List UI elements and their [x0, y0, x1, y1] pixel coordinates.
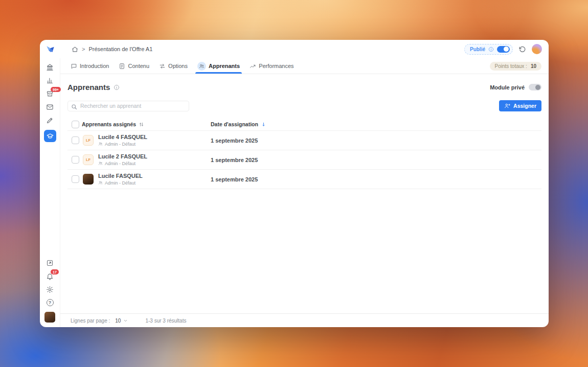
content-panel: Apprenants Module privé [60, 74, 549, 327]
group-icon [98, 142, 103, 146]
settings-gear-icon[interactable] [46, 286, 54, 293]
search-input[interactable] [67, 101, 189, 111]
home-icon[interactable] [72, 46, 78, 53]
breadcrumb-page-title[interactable]: Présentation de l'Offre A1 [88, 46, 152, 52]
statistics-icon[interactable] [46, 77, 54, 84]
assignment-date: 1 septembre 2025 [211, 176, 541, 182]
organization-icon[interactable] [46, 63, 54, 71]
header-actions: Publié [464, 44, 549, 55]
learner-role: Admin - Défaut [98, 142, 147, 147]
learners-table: Apprenants assignés Date d'assignation [67, 118, 541, 189]
swap-arrows-icon [159, 63, 166, 70]
graduation-cap-icon [47, 132, 54, 140]
document-icon [119, 63, 125, 70]
history-icon[interactable] [518, 45, 526, 53]
rows-per-page-select[interactable]: 10 [115, 318, 128, 324]
tab-introduction[interactable]: Introduction [71, 58, 109, 74]
learner-role: Admin - Défaut [98, 180, 143, 186]
avatar-initials: LF [83, 135, 94, 146]
active-tab-underline [195, 72, 242, 74]
top-header: > Présentation de l'Offre A1 Publié [40, 40, 549, 58]
page-title: Apprenants [67, 83, 120, 91]
inbox-icon[interactable]: 99+ [46, 90, 54, 98]
table-row[interactable]: LF Lucile 4 FASQUEL Admin - Défaut 1 sep… [67, 131, 541, 150]
row-checkbox[interactable] [72, 175, 79, 183]
chevron-down-icon [123, 318, 128, 323]
learner-name: Lucile FASQUEL [98, 173, 143, 180]
group-icon [98, 180, 103, 185]
tab-contenu[interactable]: Contenu [119, 58, 149, 74]
row-checkbox[interactable] [72, 136, 79, 144]
external-link-icon[interactable] [46, 259, 54, 267]
breadcrumb-separator: > [82, 46, 85, 52]
publish-label: Publié [470, 47, 485, 52]
assignment-date: 1 septembre 2025 [211, 157, 541, 163]
tab-options[interactable]: Options [159, 58, 188, 74]
mail-icon[interactable] [46, 103, 54, 111]
people-icon [197, 62, 206, 71]
search-box [67, 101, 189, 111]
inbox-badge: 99+ [51, 87, 61, 92]
tab-performances[interactable]: Performances [250, 58, 293, 74]
column-date[interactable]: Date d'assignation [211, 121, 541, 127]
tab-bar: Introduction Contenu Options Apprenants [60, 58, 549, 74]
learner-name: Lucile 2 FASQUEL [98, 153, 147, 160]
publish-info-icon[interactable] [488, 47, 494, 52]
breadcrumb: > Présentation de l'Offre A1 [60, 46, 464, 53]
user-avatar[interactable] [532, 44, 542, 54]
column-learners[interactable]: Apprenants assignés [82, 121, 211, 127]
table-header-row: Apprenants assignés Date d'assignation [67, 118, 541, 131]
module-private-toggle[interactable] [529, 84, 541, 90]
app-window: > Présentation de l'Offre A1 Publié [40, 40, 549, 327]
assign-button[interactable]: Assigner [499, 100, 541, 111]
notifications-bell-icon[interactable]: 17 [46, 272, 54, 280]
app-logo[interactable] [40, 44, 60, 54]
avatar-initials: LF [83, 154, 94, 165]
results-count: 1-3 sur 3 résultats [145, 318, 186, 324]
brand-logo-icon [46, 44, 55, 54]
learner-role: Admin - Défaut [98, 161, 147, 166]
publish-toggle[interactable] [497, 46, 510, 53]
sidebar-item-courses-active[interactable] [44, 130, 56, 142]
main-area: Introduction Contenu Options Apprenants [60, 58, 549, 327]
left-sidebar: 99+ 17 ? [40, 58, 60, 327]
table-row[interactable]: Lucile FASQUEL Admin - Défaut 1 septembr… [67, 170, 541, 189]
learner-name: Lucile 4 FASQUEL [98, 134, 147, 141]
chat-icon [71, 63, 77, 70]
points-total-badge: Points totaux : 10 [490, 62, 542, 71]
avatar-photo [83, 174, 94, 185]
search-icon [71, 103, 77, 112]
group-icon [98, 161, 103, 166]
profile-avatar[interactable] [44, 312, 55, 323]
tab-apprenants[interactable]: Apprenants [197, 58, 240, 74]
help-icon[interactable]: ? [47, 299, 54, 306]
row-checkbox[interactable] [72, 156, 79, 164]
sort-desc-icon[interactable] [261, 122, 266, 127]
assignment-date: 1 septembre 2025 [211, 137, 541, 144]
person-plus-icon [504, 103, 510, 109]
publish-status-pill[interactable]: Publié [464, 44, 513, 55]
trend-chart-icon [250, 63, 256, 70]
table-row[interactable]: LF Lucile 2 FASQUEL Admin - Défaut 1 sep… [67, 150, 541, 170]
title-info-icon[interactable] [114, 84, 120, 90]
module-private-control: Module privé [490, 84, 541, 90]
sort-both-icon[interactable] [139, 122, 144, 127]
rows-per-page-label: Lignes par page : [71, 318, 110, 324]
pagination-bar: Lignes par page : 10 1-3 sur 3 résultats [60, 313, 549, 327]
notifications-badge: 17 [51, 269, 59, 274]
select-all-checkbox[interactable] [72, 121, 79, 128]
edit-pen-icon[interactable] [46, 117, 54, 124]
